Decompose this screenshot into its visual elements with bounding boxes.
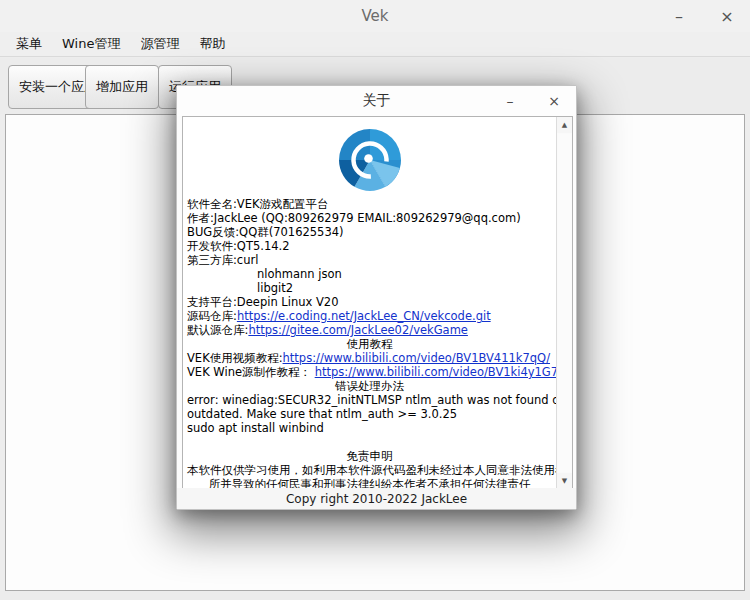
app-window: Vek – × 菜单 Wine管理 源管理 帮助 安装一个应用 增加应用 运行应… bbox=[0, 0, 750, 600]
about-link[interactable]: https://e.coding.net/JackLee_CN/vekcode.… bbox=[237, 309, 491, 323]
about-line: 错误处理办法 bbox=[187, 379, 552, 393]
about-line-text: 支持平台:Deepin Linux V20 bbox=[187, 295, 338, 309]
about-dialog-body: 软件全名:VEK游戏配置平台作者:JackLee (QQ:809262979 E… bbox=[182, 116, 573, 490]
about-line-text: libgit2 bbox=[257, 281, 293, 295]
about-line: 第三方库:curl bbox=[187, 253, 552, 267]
about-line-text: sudo apt install winbind bbox=[187, 421, 324, 435]
about-link[interactable]: https://gitee.com/JackLee02/vekGame bbox=[248, 323, 468, 337]
about-link[interactable]: https://www.bilibili.com/video/BV1BV411k… bbox=[283, 351, 550, 365]
about-line: libgit2 bbox=[187, 281, 552, 295]
scroll-down-icon[interactable]: ▼ bbox=[557, 473, 572, 489]
dialog-close-icon[interactable]: × bbox=[544, 91, 564, 111]
about-line: 开发软件:QT5.14.2 bbox=[187, 239, 552, 253]
window-title: Vek bbox=[361, 7, 388, 25]
about-line bbox=[187, 435, 552, 449]
menu-item-main[interactable]: 菜单 bbox=[6, 32, 52, 56]
menu-item-help[interactable]: 帮助 bbox=[189, 32, 235, 56]
window-controls: – × bbox=[668, 0, 738, 32]
copyright-text: Copy right 2010-2022 JackLee bbox=[177, 488, 576, 509]
about-line-text: 使用教程 bbox=[347, 337, 393, 351]
about-line-text: 软件全名:VEK游戏配置平台 bbox=[187, 197, 329, 211]
about-line-text: BUG反馈:QQ群(701625534) bbox=[187, 225, 344, 239]
about-line-text: 作者:JackLee (QQ:809262979 EMAIL:809262979… bbox=[187, 211, 521, 225]
about-line: 源码仓库:https://e.coding.net/JackLee_CN/vek… bbox=[187, 309, 552, 323]
menu-item-wine[interactable]: Wine管理 bbox=[52, 32, 130, 56]
about-line-text: error: winediag:SECUR32_initNTLMSP ntlm_… bbox=[187, 393, 556, 407]
about-line-text: 本软件仅供学习使用，如利用本软件源代码盈利未经过本人同意非法使用者 bbox=[187, 463, 556, 477]
about-text: 软件全名:VEK游戏配置平台作者:JackLee (QQ:809262979 E… bbox=[187, 197, 552, 489]
about-line: nlohmann json bbox=[187, 267, 552, 281]
about-line: 软件全名:VEK游戏配置平台 bbox=[187, 197, 552, 211]
about-line-text: VEK使用视频教程: bbox=[187, 351, 283, 365]
window-titlebar: Vek – × bbox=[0, 0, 750, 32]
about-line: BUG反馈:QQ群(701625534) bbox=[187, 225, 552, 239]
about-dialog-titlebar: 关于 – × bbox=[177, 86, 576, 116]
about-line-text: nlohmann json bbox=[257, 267, 342, 281]
about-line-text: 源码仓库: bbox=[187, 309, 237, 323]
about-line-text: 错误处理办法 bbox=[335, 379, 404, 393]
add-app-button[interactable]: 增加应用 bbox=[85, 65, 159, 109]
about-line: 免责申明 bbox=[187, 449, 552, 463]
about-line: VEK使用视频教程:https://www.bilibili.com/video… bbox=[187, 351, 552, 365]
about-line-text: 第三方库:curl bbox=[187, 253, 258, 267]
about-dialog: 关于 – × bbox=[176, 85, 577, 510]
scrollbar-track[interactable] bbox=[558, 134, 571, 472]
vertical-scrollbar[interactable]: ▲ ▼ bbox=[556, 117, 572, 489]
close-icon[interactable]: × bbox=[716, 5, 738, 27]
about-line: 支持平台:Deepin Linux V20 bbox=[187, 295, 552, 309]
about-line: error: winediag:SECUR32_initNTLMSP ntlm_… bbox=[187, 393, 552, 407]
about-line-text: 免责申明 bbox=[347, 449, 393, 463]
statusbar bbox=[0, 591, 750, 600]
menu-item-source[interactable]: 源管理 bbox=[130, 32, 189, 56]
about-content: 软件全名:VEK游戏配置平台作者:JackLee (QQ:809262979 E… bbox=[183, 117, 556, 489]
about-line-text: 开发软件:QT5.14.2 bbox=[187, 239, 290, 253]
dialog-minimize-icon[interactable]: – bbox=[500, 91, 520, 111]
vek-logo-icon bbox=[339, 129, 401, 191]
about-line: 使用教程 bbox=[187, 337, 552, 351]
about-line: outdated. Make sure that ntlm_auth >= 3.… bbox=[187, 407, 552, 421]
about-line: sudo apt install winbind bbox=[187, 421, 552, 435]
about-line: 默认源仓库:https://gitee.com/JackLee02/vekGam… bbox=[187, 323, 552, 337]
about-line-text: 默认源仓库: bbox=[187, 323, 248, 337]
about-dialog-controls: – × bbox=[500, 86, 564, 116]
scroll-up-icon[interactable]: ▲ bbox=[557, 117, 572, 133]
logo-wrap bbox=[187, 119, 552, 197]
minimize-icon[interactable]: – bbox=[668, 5, 690, 27]
about-line: 作者:JackLee (QQ:809262979 EMAIL:809262979… bbox=[187, 211, 552, 225]
about-line: 本软件仅供学习使用，如利用本软件源代码盈利未经过本人同意非法使用者 bbox=[187, 463, 552, 477]
about-line-text: outdated. Make sure that ntlm_auth >= 3.… bbox=[187, 407, 457, 421]
about-line: VEK Wine源制作教程： https://www.bilibili.com/… bbox=[187, 365, 552, 379]
about-link[interactable]: https://www.bilibili.com/video/BV1ki4y1G… bbox=[315, 365, 556, 379]
menubar: 菜单 Wine管理 源管理 帮助 bbox=[0, 32, 750, 57]
about-line-text: VEK Wine源制作教程： bbox=[187, 365, 315, 379]
about-dialog-title: 关于 bbox=[363, 92, 391, 110]
